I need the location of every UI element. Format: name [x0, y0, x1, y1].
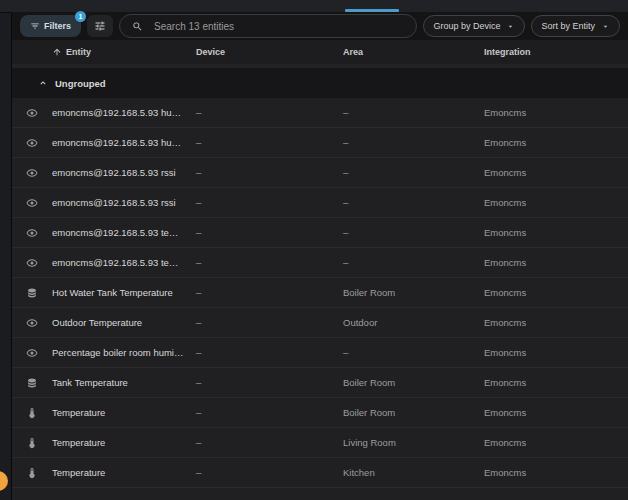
sort-by-label: Sort by Entity	[541, 21, 595, 31]
entity-integration: Emoncms	[484, 347, 628, 358]
entity-name: emoncms@192.168.5.93 temperature_chan…	[52, 227, 196, 238]
entity-integration: Emoncms	[484, 287, 628, 298]
entity-device: –	[196, 347, 343, 358]
entity-area: –	[343, 347, 484, 358]
table-row[interactable]: Temperature–Living RoomEmoncms	[12, 428, 628, 458]
sort-by-select[interactable]: Sort by Entity	[531, 15, 620, 37]
entity-device: –	[196, 407, 343, 418]
table-row[interactable]: Temperature–Boiler RoomEmoncms	[12, 398, 628, 428]
table-header-row: Entity Device Area Integration	[12, 40, 628, 64]
entity-integration: Emoncms	[484, 317, 628, 328]
entity-area: Kitchen	[343, 467, 484, 478]
entity-name: Percentage boiler room humidity	[52, 347, 196, 358]
filter-icon	[30, 21, 40, 31]
search-icon	[132, 21, 143, 32]
entity-area: Boiler Room	[343, 407, 484, 418]
entity-integration: Emoncms	[484, 407, 628, 418]
header-device-label: Device	[196, 47, 225, 57]
header-integration-label: Integration	[484, 47, 531, 57]
search-box[interactable]	[119, 14, 417, 38]
tank-icon	[12, 377, 52, 389]
eye-icon	[12, 167, 52, 179]
entity-name: Tank Temperature	[52, 377, 196, 388]
entity-area: Boiler Room	[343, 377, 484, 388]
table-row[interactable]: Percentage boiler room humidity––Emoncms	[12, 338, 628, 368]
table-row[interactable]: emoncms@192.168.5.93 temperature_chan…––…	[12, 218, 628, 248]
entity-area: –	[343, 257, 484, 268]
tune-icon	[94, 20, 106, 32]
entity-device: –	[196, 317, 343, 328]
table-row[interactable]: emoncms@192.168.5.93 temperature_rise––E…	[12, 248, 628, 278]
group-row-label: Ungrouped	[55, 78, 106, 89]
entity-area: –	[343, 137, 484, 148]
entity-area: –	[343, 167, 484, 178]
entity-device: –	[196, 257, 343, 268]
entity-area: –	[343, 197, 484, 208]
entity-area: Living Room	[343, 437, 484, 448]
eye-icon	[12, 197, 52, 209]
entity-integration: Emoncms	[484, 467, 628, 478]
sort-arrow-up-icon	[52, 47, 62, 57]
entity-name: Temperature	[52, 467, 196, 478]
entity-name: emoncms@192.168.5.93 rssi	[52, 197, 196, 208]
chevron-down-icon	[506, 22, 515, 31]
table-row[interactable]: Outdoor Temperature–OutdoorEmoncms	[12, 308, 628, 338]
header-area[interactable]: Area	[343, 47, 484, 57]
thermometer-icon	[12, 437, 52, 449]
table-row[interactable]: Tank Temperature–Boiler RoomEmoncms	[12, 368, 628, 398]
entity-name: emoncms@192.168.5.93 temperature_rise	[52, 257, 196, 268]
eye-icon	[12, 347, 52, 359]
entity-device: –	[196, 467, 343, 478]
eye-icon	[12, 137, 52, 149]
entity-device: –	[196, 197, 343, 208]
entity-integration: Emoncms	[484, 167, 628, 178]
eye-icon	[12, 317, 52, 329]
customize-columns-button[interactable]	[87, 15, 113, 37]
header-entity-label: Entity	[66, 47, 91, 57]
entity-area: –	[343, 107, 484, 118]
eye-icon	[12, 107, 52, 119]
tank-icon	[12, 287, 52, 299]
chevron-down-icon	[601, 22, 610, 31]
entity-integration: Emoncms	[484, 257, 628, 268]
entity-name: Temperature	[52, 437, 196, 448]
header-entity[interactable]: Entity	[52, 47, 196, 57]
entity-device: –	[196, 167, 343, 178]
notification-badge-dot	[0, 471, 8, 491]
table-row[interactable]: emoncms@192.168.5.93 humidity––Emoncms	[12, 128, 628, 158]
header-device[interactable]: Device	[196, 47, 343, 57]
header-integration[interactable]: Integration	[484, 47, 628, 57]
entity-integration: Emoncms	[484, 227, 628, 238]
entity-integration: Emoncms	[484, 197, 628, 208]
entity-integration: Emoncms	[484, 377, 628, 388]
filters-button[interactable]: Filters 1	[20, 15, 81, 37]
sidebar-edge	[0, 13, 12, 500]
group-row-ungrouped[interactable]: Ungrouped	[12, 68, 628, 98]
entity-name: Hot Water Tank Temperature	[52, 287, 196, 298]
entity-device: –	[196, 377, 343, 388]
entity-area: Boiler Room	[343, 287, 484, 298]
entity-name: emoncms@192.168.5.93 rssi	[52, 167, 196, 178]
filters-button-label: Filters	[44, 21, 71, 31]
entity-name: Temperature	[52, 407, 196, 418]
table-row[interactable]: Temperature–KitchenEmoncms	[12, 458, 628, 488]
entity-integration: Emoncms	[484, 137, 628, 148]
entity-name: emoncms@192.168.5.93 humidity	[52, 107, 196, 118]
entity-integration: Emoncms	[484, 437, 628, 448]
header-area-label: Area	[343, 47, 363, 57]
entity-device: –	[196, 137, 343, 148]
search-input[interactable]	[152, 20, 404, 33]
table-row[interactable]: emoncms@192.168.5.93 rssi––Emoncms	[12, 188, 628, 218]
entity-area: Outdoor	[343, 317, 484, 328]
table-row[interactable]: Hot Water Tank Temperature–Boiler RoomEm…	[12, 278, 628, 308]
group-by-select[interactable]: Group by Device	[423, 15, 525, 37]
table-row[interactable]: emoncms@192.168.5.93 rssi––Emoncms	[12, 158, 628, 188]
entity-name: Outdoor Temperature	[52, 317, 196, 328]
entity-device: –	[196, 287, 343, 298]
chevron-up-icon	[38, 78, 48, 88]
entity-area: –	[343, 227, 484, 238]
eye-icon	[12, 227, 52, 239]
thermometer-icon	[12, 407, 52, 419]
table-row[interactable]: emoncms@192.168.5.93 humidity––Emoncms	[12, 98, 628, 128]
entity-integration: Emoncms	[484, 107, 628, 118]
